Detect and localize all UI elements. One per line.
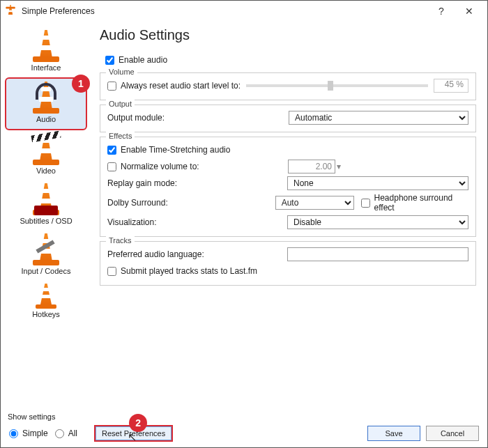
preferred-language-input[interactable]: [287, 247, 468, 261]
effects-group: Effects Enable Time-Stretching audio Nor…: [100, 137, 476, 237]
sidebar-item-label: Audio: [6, 115, 86, 123]
annotation-badge-1: 1: [72, 75, 90, 93]
show-all-radio[interactable]: [55, 429, 64, 438]
group-title: Volume: [106, 68, 137, 76]
volume-slider[interactable]: [246, 84, 428, 87]
show-settings-radios: Simple All: [9, 428, 82, 438]
output-module-select[interactable]: Automatic: [289, 111, 468, 125]
group-title: Tracks: [106, 236, 135, 245]
normalize-value[interactable]: [288, 160, 335, 173]
enable-audio-label: Enable audio: [119, 55, 167, 65]
category-sidebar: Interface 1 Audio Video Subtitles / OSD …: [1, 22, 91, 419]
headphone-effect-checkbox[interactable]: [361, 199, 370, 208]
lastfm-checkbox[interactable]: [107, 267, 116, 276]
headphone-effect-label: Headphone surround effect: [374, 193, 468, 213]
sidebar-item-hotkeys[interactable]: Hotkeys: [5, 281, 87, 324]
visualization-label: Visualization:: [107, 217, 287, 227]
sidebar-item-label: Hotkeys: [5, 310, 87, 318]
visualization-select[interactable]: Disable: [287, 215, 468, 229]
cursor-icon: ↖: [128, 431, 137, 444]
reset-preferences-highlight: 2 Reset Preferences ↖: [94, 425, 173, 442]
normalize-label: Normalize volume to:: [121, 162, 288, 171]
titlebar: Simple Preferences ? ✕: [1, 1, 487, 22]
dolby-select[interactable]: Auto: [275, 196, 355, 210]
show-simple-radio[interactable]: [9, 429, 18, 438]
sidebar-item-video[interactable]: Video: [5, 130, 87, 180]
vlc-app-icon: [5, 5, 16, 18]
show-all-label: All: [68, 428, 77, 438]
sidebar-item-label: Video: [5, 167, 87, 175]
output-module-label: Output module:: [107, 113, 226, 123]
sidebar-item-audio[interactable]: 1 Audio: [5, 77, 87, 130]
lastfm-label: Submit played tracks stats to Last.fm: [121, 266, 257, 276]
timestretch-checkbox[interactable]: [107, 146, 116, 155]
spinner-icon[interactable]: ▾: [337, 162, 341, 171]
volume-group: Volume Always reset audio start level to…: [100, 72, 476, 100]
sidebar-item-label: Subtitles / OSD: [5, 217, 87, 225]
reset-audio-level-checkbox[interactable]: [107, 82, 116, 91]
close-button[interactable]: ✕: [455, 6, 483, 17]
dolby-label: Dolby Surround:: [107, 198, 275, 208]
bottom-bar: Simple All 2 Reset Preferences ↖ Save Ca…: [1, 419, 487, 447]
enable-audio-checkbox[interactable]: [105, 56, 114, 65]
volume-percent: 45 %: [434, 79, 468, 93]
page-title: Audio Settings: [100, 27, 476, 43]
help-button[interactable]: ?: [427, 6, 455, 17]
reset-audio-level-label: Always reset audio start level to:: [121, 81, 241, 91]
save-button[interactable]: Save: [367, 426, 420, 441]
cancel-button[interactable]: Cancel: [426, 426, 479, 441]
sidebar-item-interface[interactable]: Interface: [5, 27, 87, 77]
window-title: Simple Preferences: [20, 6, 427, 16]
timestretch-label: Enable Time-Stretching audio: [121, 145, 230, 155]
normalize-checkbox[interactable]: [107, 162, 116, 171]
sidebar-item-subtitles[interactable]: Subtitles / OSD: [5, 180, 87, 231]
sidebar-item-label: Interface: [5, 63, 87, 72]
replay-gain-select[interactable]: None: [287, 176, 468, 190]
annotation-badge-2: 2: [129, 414, 147, 432]
group-title: Output: [106, 100, 135, 108]
replay-gain-label: Replay gain mode:: [107, 178, 287, 188]
sidebar-item-input-codecs[interactable]: Input / Codecs: [5, 231, 87, 281]
preferred-language-label: Preferred audio language:: [107, 249, 287, 259]
group-title: Effects: [106, 132, 135, 140]
sidebar-item-label: Input / Codecs: [5, 267, 87, 275]
settings-panel: Audio Settings Enable audio Volume Alway…: [91, 22, 487, 419]
output-group: Output Output module: Automatic: [100, 105, 476, 132]
show-simple-label: Simple: [22, 428, 48, 438]
tracks-group: Tracks Preferred audio language: Submit …: [100, 241, 476, 286]
